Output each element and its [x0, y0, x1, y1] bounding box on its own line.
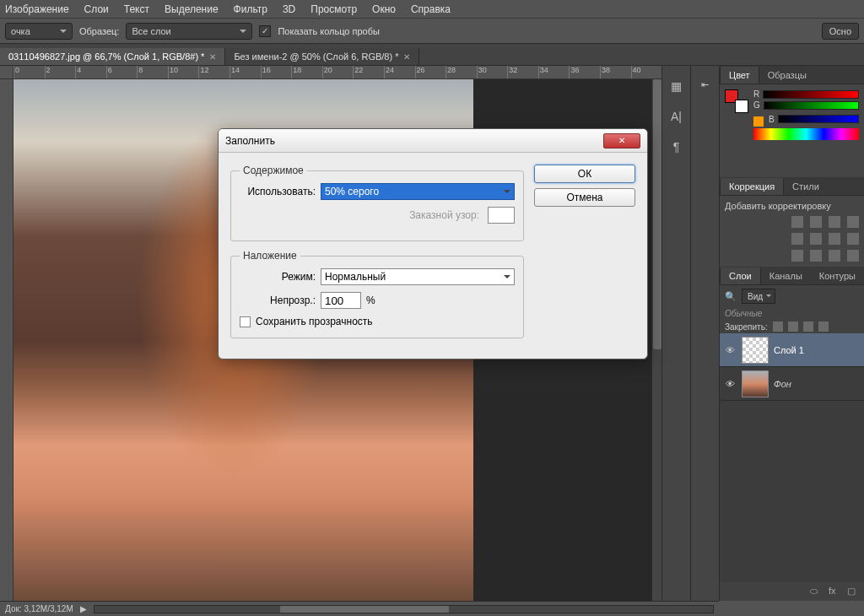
- fx-icon[interactable]: fx: [829, 586, 840, 597]
- lock-transparency-icon[interactable]: [773, 322, 783, 332]
- search-icon[interactable]: 🔍: [725, 291, 737, 302]
- balance-icon[interactable]: [829, 233, 840, 245]
- channel-mixer-icon[interactable]: [810, 250, 822, 262]
- lock-position-icon[interactable]: [803, 322, 813, 332]
- menu-window[interactable]: Окно: [372, 3, 396, 15]
- green-slider[interactable]: [764, 101, 859, 110]
- document-tab-label: Без имени-2 @ 50% (Слой 6, RGB/8) *: [234, 51, 398, 62]
- blend-mode-select[interactable]: Обычные: [720, 307, 864, 320]
- invert-icon[interactable]: [847, 250, 859, 262]
- foreground-background-swatch[interactable]: [725, 89, 748, 113]
- gamut-warning-icon[interactable]: [753, 116, 764, 127]
- layer-thumbnail[interactable]: [742, 337, 769, 364]
- tab-channels[interactable]: Каналы: [761, 267, 811, 284]
- tab-swatches[interactable]: Образцы: [759, 67, 815, 84]
- status-arrow-icon[interactable]: ▶: [80, 604, 87, 613]
- menu-layers[interactable]: Слои: [84, 3, 109, 15]
- hue-icon[interactable]: [810, 233, 822, 245]
- history-icon[interactable]: ▦: [670, 79, 683, 93]
- status-bar: Док: 3,12M/3,12M ▶: [0, 601, 719, 616]
- menu-help[interactable]: Справка: [411, 3, 451, 15]
- layers-panel-tabs: Слои Каналы Контуры: [720, 267, 864, 285]
- levels-icon[interactable]: [810, 216, 822, 228]
- tab-color[interactable]: Цвет: [720, 67, 759, 84]
- show-ring-label: Показать кольцо пробы: [278, 26, 380, 36]
- ruler-origin[interactable]: [0, 66, 14, 79]
- link-icon[interactable]: ⬭: [810, 586, 822, 597]
- g-label: G: [753, 100, 760, 110]
- document-size: Док: 3,12M/3,12M: [5, 604, 73, 613]
- brightness-icon[interactable]: [791, 216, 803, 228]
- sample-label: Образец:: [79, 26, 119, 36]
- close-button[interactable]: ✕: [603, 133, 640, 149]
- content-legend: Содержимое: [240, 165, 307, 176]
- blending-legend: Наложение: [240, 250, 300, 262]
- mode-select[interactable]: Нормальный: [321, 268, 515, 285]
- layer-thumbnail[interactable]: [742, 370, 769, 397]
- cancel-button[interactable]: Отмена: [534, 188, 635, 207]
- visibility-icon[interactable]: 👁: [723, 345, 737, 355]
- menu-text[interactable]: Текст: [124, 3, 149, 15]
- lookup-icon[interactable]: [829, 250, 840, 262]
- tab-layers[interactable]: Слои: [720, 267, 761, 284]
- collapsed-panel-dock: ▦ A| ¶: [662, 66, 690, 601]
- sample-size-select[interactable]: очка: [5, 23, 73, 40]
- layer-row[interactable]: 👁 Фон: [720, 367, 864, 401]
- opacity-input[interactable]: [321, 292, 361, 309]
- opacity-unit: %: [366, 294, 375, 306]
- vibrance-icon[interactable]: [791, 233, 803, 245]
- character-icon[interactable]: A|: [670, 110, 683, 123]
- pattern-label: Заказной узор:: [409, 209, 479, 221]
- bw-icon[interactable]: [847, 233, 859, 245]
- paragraph-icon[interactable]: ¶: [670, 140, 683, 154]
- color-spectrum[interactable]: [753, 128, 859, 140]
- menu-select[interactable]: Выделение: [165, 3, 219, 15]
- use-select[interactable]: 50% серого: [321, 183, 515, 200]
- use-label: Использовать:: [240, 186, 316, 197]
- layer-name[interactable]: Слой 1: [774, 345, 804, 355]
- red-slider[interactable]: [763, 90, 859, 99]
- tab-adjustments[interactable]: Коррекция: [720, 178, 784, 195]
- layer-filter-select[interactable]: Вид: [742, 289, 775, 304]
- visibility-icon[interactable]: 👁: [723, 379, 737, 389]
- horizontal-scrollbar[interactable]: [94, 605, 714, 613]
- preserve-transparency-checkbox[interactable]: [240, 316, 251, 327]
- exposure-icon[interactable]: [847, 216, 859, 228]
- opacity-label: Непрозр.:: [240, 294, 316, 306]
- sample-layers-select[interactable]: Все слои: [126, 23, 252, 40]
- adjustments-panel: Добавить корректировку: [720, 196, 864, 267]
- curves-icon[interactable]: [829, 216, 840, 228]
- menu-filter[interactable]: Фильтр: [234, 3, 267, 15]
- layer-row[interactable]: 👁 Слой 1: [720, 333, 864, 367]
- lock-label: Закрепить:: [725, 322, 768, 332]
- blue-slider[interactable]: [778, 115, 859, 123]
- fill-dialog: Заполнить ✕ Содержимое Использовать: 50%…: [218, 128, 648, 359]
- pattern-swatch[interactable]: [488, 207, 515, 224]
- adjustments-panel-tabs: Коррекция Стили: [720, 177, 864, 196]
- document-tabs: 03110496827.jpg @ 66,7% (Слой 1, RGB/8#)…: [0, 44, 864, 66]
- photo-filter-icon[interactable]: [791, 250, 803, 262]
- show-ring-checkbox[interactable]: [259, 25, 271, 37]
- dialog-titlebar[interactable]: Заполнить ✕: [219, 129, 647, 153]
- menu-image[interactable]: Изображение: [5, 3, 69, 15]
- horizontal-ruler[interactable]: 0246810121416182022242628303234363840: [14, 66, 662, 79]
- mask-icon[interactable]: ▢: [847, 586, 859, 597]
- layer-name[interactable]: Фон: [774, 379, 791, 389]
- menu-3d[interactable]: 3D: [283, 3, 295, 15]
- menu-view[interactable]: Просмотр: [310, 3, 357, 15]
- add-adjustment-label: Добавить корректировку: [725, 201, 859, 211]
- lock-all-icon[interactable]: [818, 322, 829, 332]
- align-icon[interactable]: ⇤: [701, 79, 709, 90]
- vertical-ruler[interactable]: [0, 79, 14, 601]
- document-tab[interactable]: Без имени-2 @ 50% (Слой 6, RGB/8) * ✕: [225, 48, 419, 65]
- document-tab[interactable]: 03110496827.jpg @ 66,7% (Слой 1, RGB/8#)…: [0, 48, 225, 65]
- tab-styles[interactable]: Стили: [784, 178, 828, 195]
- vertical-scrollbar[interactable]: [651, 79, 662, 601]
- lock-pixels-icon[interactable]: [788, 322, 798, 332]
- close-icon[interactable]: ✕: [209, 52, 216, 62]
- ok-button[interactable]: ОК: [534, 165, 635, 183]
- close-icon[interactable]: ✕: [403, 52, 410, 62]
- tool-preset-button[interactable]: Осно: [822, 23, 859, 40]
- preserve-transparency-label: Сохранить прозрачность: [256, 316, 373, 327]
- tab-paths[interactable]: Контуры: [811, 267, 864, 284]
